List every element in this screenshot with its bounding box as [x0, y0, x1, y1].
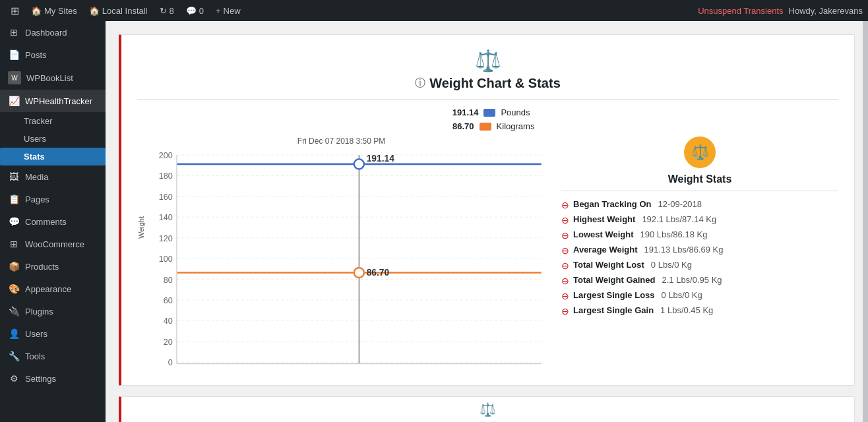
sidebar-item-plugins[interactable]: 🔌 Plugins [0, 300, 106, 322]
sidebar-item-comments[interactable]: 💬 Comments [0, 210, 106, 233]
sidebar-submenu-stats[interactable]: Stats [0, 148, 106, 166]
svg-text:160: 160 [159, 193, 173, 202]
stats-row-lowest: ⊖ Lowest Weight 190 Lbs/86.18 Kg [561, 229, 838, 241]
chart-svg-wrapper: Weight 200 180 160 140 120 100 80 [137, 148, 545, 372]
sidebar-item-posts[interactable]: 📄 Posts [0, 44, 106, 66]
admin-bar-local-install[interactable]: 🏠 Local Install [84, 0, 153, 21]
sidebar-item-settings[interactable]: ⚙ Settings [0, 367, 106, 390]
sidebar: ⊞ Dashboard 📄 Posts W WPBookList 📈 WPHea… [0, 21, 106, 422]
plugins-icon: 🔌 [8, 305, 20, 317]
stats-row-single-gain: ⊖ Largest Single Gain 1 Lbs/0.45 Kg [561, 305, 838, 316]
sidebar-submenu-users[interactable]: Users [0, 130, 106, 148]
chart-container: Fri Dec 07 2018 3:50 PM Weight 200 180 1… [137, 136, 545, 372]
help-circle-icon: ⓘ [415, 76, 425, 90]
products-icon: 📦 [8, 260, 20, 272]
svg-text:86.70: 86.70 [367, 267, 390, 278]
svg-point-25 [354, 159, 364, 169]
sidebar-item-tools[interactable]: 🔧 Tools [0, 345, 106, 367]
stats-warning-began: ⊖ [561, 200, 569, 210]
media-icon: 🖼 [8, 171, 20, 183]
unsuspend-transients-link[interactable]: Unsuspend Transients [698, 6, 783, 16]
woocommerce-icon: ⊞ [8, 238, 20, 250]
stats-row-single-loss: ⊖ Largest Single Loss 0 Lbs/0 Kg [561, 290, 838, 301]
svg-text:140: 140 [159, 213, 173, 222]
admin-bar-left: ⊞ 🏠 My Sites 🏠 Local Install ↻ 8 💬 0 + N… [5, 0, 246, 21]
admin-bar-wp-logo[interactable]: ⊞ [5, 0, 24, 21]
posts-icon: 📄 [8, 49, 20, 61]
local-install-icon: 🏠 [89, 6, 100, 16]
stats-warning-highest: ⊖ [561, 215, 569, 226]
weight-chart-card: ⚖️ ⓘ Weight Chart & Stats 191.14 Pounds … [119, 34, 855, 386]
chart-title-divider [137, 99, 838, 100]
stats-row-gained: ⊖ Total Weight Gained 2.1 Lbs/0.95 Kg [561, 275, 838, 286]
svg-text:200: 200 [159, 151, 173, 160]
sidebar-item-wpbooklist[interactable]: W WPBookList [0, 66, 106, 90]
svg-text:191.14: 191.14 [367, 153, 395, 164]
stats-scale-icon: ⚖️ [684, 136, 716, 168]
svg-text:40: 40 [164, 316, 173, 326]
legend-box-pounds [483, 109, 495, 117]
stats-row-began: ⊖ Began Tracking On 12-09-2018 [561, 199, 838, 210]
stats-row-highest: ⊖ Highest Weight 192.1 Lbs/87.14 Kg [561, 214, 838, 226]
pages-icon: 📋 [8, 193, 20, 205]
chart-page-title: ⓘ Weight Chart & Stats [415, 76, 561, 91]
legend-row-pounds: 191.14 Pounds [445, 107, 530, 117]
appearance-icon: 🎨 [8, 283, 20, 295]
stats-warning-lowest: ⊖ [561, 230, 569, 241]
stats-warning-average: ⊖ [561, 245, 569, 256]
my-sites-icon: 🏠 [31, 6, 42, 16]
stats-panel: ⚖️ Weight Stats ⊖ Began Tracking On 12-0… [561, 136, 838, 316]
legend-area: 191.14 Pounds 86.70 Kilograms [137, 107, 838, 131]
sidebar-item-products[interactable]: 📦 Products [0, 255, 106, 278]
stats-warning-single-loss: ⊖ [561, 291, 569, 301]
sidebar-item-dashboard[interactable]: ⊞ Dashboard [0, 21, 106, 44]
main-layout: ⊞ Dashboard 📄 Posts W WPBookList 📈 WPHea… [0, 21, 868, 422]
admin-bar-right: Unsuspend Transients Howdy, Jakerevans [698, 6, 863, 16]
wpbooklist-icon: W [8, 71, 21, 84]
legend-row-kg: 86.70 Kilograms [441, 121, 535, 131]
scrollbar-right[interactable] [863, 21, 868, 422]
sidebar-comments-icon: 💬 [8, 216, 20, 227]
stats-warning-lost: ⊖ [561, 260, 569, 271]
legend-box-kg [480, 123, 491, 131]
svg-text:60: 60 [164, 296, 173, 305]
stats-list: ⊖ Began Tracking On 12-09-2018 ⊖ Highest… [561, 199, 838, 316]
dashboard-icon: ⊞ [8, 26, 20, 38]
sidebar-item-users[interactable]: 👤 Users [0, 322, 106, 345]
second-card-partial: ⚖️ [119, 396, 855, 422]
admin-bar-comments[interactable]: 💬 0 [181, 0, 209, 21]
sidebar-submenu-tracker[interactable]: Tracker [0, 112, 106, 130]
svg-text:80: 80 [164, 276, 173, 285]
stats-title: Weight Stats [561, 173, 838, 185]
sidebar-item-appearance[interactable]: 🎨 Appearance [0, 278, 106, 300]
svg-text:20: 20 [164, 338, 173, 347]
admin-bar: ⊞ 🏠 My Sites 🏠 Local Install ↻ 8 💬 0 + N… [0, 0, 868, 21]
tools-icon: 🔧 [8, 350, 20, 362]
svg-point-27 [354, 268, 364, 278]
chart-tooltip: Fri Dec 07 2018 3:50 PM [137, 136, 545, 146]
svg-text:100: 100 [159, 255, 173, 264]
y-axis-label: Weight [137, 148, 145, 307]
admin-bar-my-sites[interactable]: 🏠 My Sites [26, 0, 82, 21]
svg-text:180: 180 [159, 171, 173, 181]
settings-icon: ⚙ [8, 373, 20, 384]
admin-bar-new[interactable]: + New [210, 0, 246, 21]
sidebar-item-media[interactable]: 🖼 Media [0, 166, 106, 188]
howdy-text: Howdy, Jakerevans [789, 6, 863, 16]
stats-warning-single-gain: ⊖ [561, 306, 569, 316]
chart-svg[interactable]: 200 180 160 140 120 100 80 60 40 20 0 [148, 148, 545, 372]
admin-bar-updates[interactable]: ↻ 8 [154, 0, 179, 21]
sidebar-item-woocommerce[interactable]: ⊞ WooCommerce [0, 233, 106, 255]
sidebar-item-wphealthtracker[interactable]: 📈 WPHealthTracker [0, 90, 106, 112]
updates-icon: ↻ [160, 6, 167, 16]
main-content: ⚖️ ⓘ Weight Chart & Stats 191.14 Pounds … [106, 21, 868, 422]
sidebar-item-pages[interactable]: 📋 Pages [0, 188, 106, 210]
weight-scale-icon: ⚖️ [475, 48, 501, 73]
comments-icon: 💬 [186, 6, 197, 16]
svg-text:120: 120 [159, 234, 173, 243]
chart-title-area: ⚖️ ⓘ Weight Chart & Stats [137, 48, 838, 91]
wphealthtracker-icon: 📈 [8, 95, 20, 107]
users-icon: 👤 [8, 328, 20, 340]
second-card-icon: ⚖️ [480, 402, 496, 417]
new-icon: + [216, 6, 221, 16]
